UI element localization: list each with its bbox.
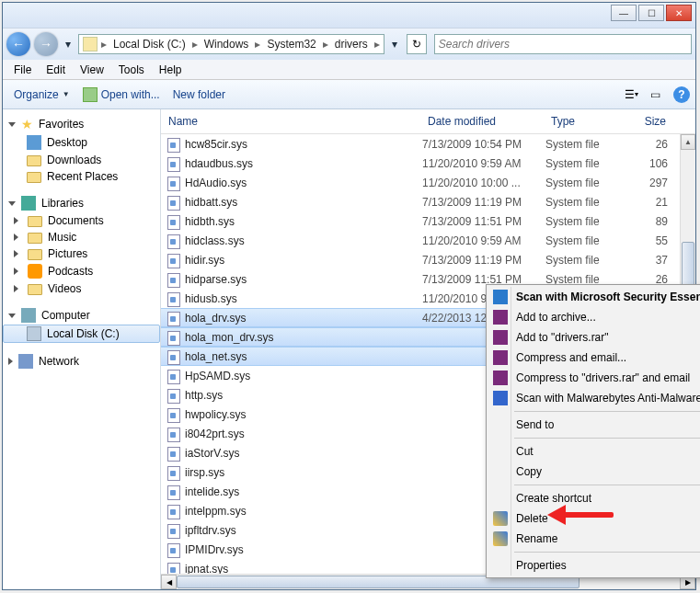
folder-icon bbox=[28, 284, 42, 295]
breadcrumb-item[interactable]: Local Disk (C:) bbox=[109, 38, 190, 51]
history-dropdown[interactable]: ▾ bbox=[62, 35, 75, 53]
file-name: hdaudbus.sys bbox=[185, 157, 422, 170]
sys-file-icon bbox=[166, 156, 181, 171]
sidebar-computer[interactable]: Computer bbox=[3, 306, 160, 325]
column-size[interactable]: Size bbox=[636, 113, 695, 130]
ctx-copy[interactable]: Copy bbox=[488, 462, 700, 482]
file-row[interactable]: hdaudbus.sys11/20/2010 9:59 AMSystem fil… bbox=[161, 154, 695, 173]
search-box[interactable] bbox=[434, 34, 692, 54]
sidebar-item-documents[interactable]: Documents bbox=[3, 212, 160, 229]
breadcrumb-dropdown[interactable]: ▾ bbox=[388, 35, 401, 53]
sys-file-icon bbox=[166, 504, 181, 519]
sys-file-icon bbox=[166, 291, 181, 306]
ctx-add-archive[interactable]: Add to archive... bbox=[488, 307, 700, 327]
expand-icon[interactable] bbox=[14, 250, 18, 257]
scroll-up-button[interactable]: ▲ bbox=[681, 134, 695, 150]
menu-help[interactable]: Help bbox=[152, 62, 189, 78]
chevron-right-icon[interactable]: ▸ bbox=[99, 38, 109, 51]
expand-icon[interactable] bbox=[14, 217, 18, 224]
ctx-properties[interactable]: Properties bbox=[488, 555, 700, 576]
menu-view[interactable]: View bbox=[73, 62, 111, 78]
maximize-button[interactable]: ☐ bbox=[638, 5, 664, 21]
file-list-pane: Name Date modified Type Size hcw85cir.sy… bbox=[161, 109, 695, 589]
open-with-button[interactable]: Open with... bbox=[77, 84, 166, 106]
rar-icon bbox=[493, 350, 508, 365]
forward-button[interactable]: → bbox=[34, 32, 58, 56]
ctx-send-to[interactable]: Send to▶ bbox=[488, 415, 700, 435]
sidebar-item-videos[interactable]: Videos bbox=[3, 280, 160, 297]
breadcrumb-item[interactable]: System32 bbox=[262, 38, 320, 51]
file-row[interactable]: hidbatt.sys7/13/2009 11:19 PMSystem file… bbox=[161, 192, 695, 211]
column-type[interactable]: Type bbox=[544, 113, 636, 130]
ctx-scan-mbam[interactable]: Scan with Malwarebytes Anti-Malware bbox=[488, 388, 700, 408]
expand-icon[interactable] bbox=[14, 285, 18, 292]
chevron-right-icon[interactable]: ▸ bbox=[253, 38, 262, 51]
ctx-compress-email[interactable]: Compress and email... bbox=[488, 348, 700, 368]
file-type: System file bbox=[545, 196, 637, 209]
ctx-create-shortcut[interactable]: Create shortcut bbox=[488, 488, 700, 508]
close-button[interactable]: ✕ bbox=[666, 5, 692, 21]
sidebar-item-music[interactable]: Music bbox=[3, 229, 160, 245]
chevron-right-icon[interactable]: ▸ bbox=[321, 38, 330, 51]
minimize-button[interactable]: — bbox=[611, 5, 637, 21]
ctx-delete[interactable]: Delete bbox=[488, 508, 700, 529]
file-name: hola_net.sys bbox=[185, 350, 422, 363]
breadcrumb[interactable]: ▸ Local Disk (C:) ▸ Windows ▸ System32 ▸… bbox=[78, 34, 384, 54]
ctx-add-to-rar[interactable]: Add to "drivers.rar" bbox=[488, 327, 700, 348]
folder-icon bbox=[28, 233, 42, 244]
file-row[interactable]: hidclass.sys11/20/2010 9:59 AMSystem fil… bbox=[161, 231, 695, 250]
rar-icon bbox=[493, 371, 508, 385]
file-type: System file bbox=[545, 234, 637, 247]
breadcrumb-item[interactable]: Windows bbox=[200, 38, 254, 51]
scroll-left-button[interactable]: ◀ bbox=[161, 575, 177, 589]
file-row[interactable]: hidir.sys7/13/2009 11:19 PMSystem file37 bbox=[161, 250, 695, 269]
sidebar-item-podcasts[interactable]: Podcasts bbox=[3, 262, 160, 280]
file-name: HpSAMD.sys bbox=[185, 370, 422, 382]
expand-icon[interactable] bbox=[14, 234, 18, 241]
file-row[interactable]: hidbth.sys7/13/2009 11:51 PMSystem file8… bbox=[161, 211, 695, 231]
file-name: hidir.sys bbox=[185, 254, 422, 267]
ctx-rename[interactable]: Rename bbox=[488, 529, 700, 549]
file-row[interactable]: hcw85cir.sys7/13/2009 10:54 PMSystem fil… bbox=[161, 134, 695, 154]
sidebar-favorites[interactable]: ★Favorites bbox=[3, 115, 160, 133]
sidebar-item-downloads[interactable]: Downloads bbox=[3, 152, 160, 168]
preview-pane-button[interactable]: ▭ bbox=[644, 85, 666, 105]
ctx-cut[interactable]: Cut bbox=[488, 441, 700, 462]
file-date: 7/13/2009 11:19 PM bbox=[422, 196, 545, 209]
breadcrumb-item[interactable]: drivers bbox=[330, 38, 373, 51]
sidebar-item-pictures[interactable]: Pictures bbox=[3, 245, 160, 262]
column-name[interactable]: Name bbox=[161, 113, 420, 130]
ctx-compress-to-email[interactable]: Compress to "drivers.rar" and email bbox=[488, 368, 700, 388]
menu-file[interactable]: File bbox=[6, 62, 39, 78]
chevron-right-icon[interactable]: ▸ bbox=[373, 38, 382, 51]
sidebar-libraries[interactable]: Libraries bbox=[3, 194, 160, 212]
file-name: hidbth.sys bbox=[185, 215, 422, 228]
sys-file-icon bbox=[166, 176, 181, 190]
file-row[interactable]: HdAudio.sys11/20/2010 10:00 ...System fi… bbox=[161, 173, 695, 192]
menu-tools[interactable]: Tools bbox=[111, 62, 152, 78]
network-icon bbox=[18, 354, 33, 369]
menu-bar: File Edit View Tools Help bbox=[3, 60, 695, 80]
toolbar: Organize▼ Open with... New folder ☰▾ ▭ ? bbox=[3, 80, 695, 109]
search-input[interactable] bbox=[439, 38, 687, 51]
view-options-button[interactable]: ☰▾ bbox=[620, 85, 642, 105]
chevron-right-icon[interactable]: ▸ bbox=[190, 38, 200, 51]
ctx-scan-mse[interactable]: Scan with Microsoft Security Essentials.… bbox=[488, 287, 700, 307]
sys-file-icon bbox=[166, 485, 181, 499]
back-button[interactable]: ← bbox=[6, 32, 30, 56]
expand-icon[interactable] bbox=[14, 268, 18, 275]
chevron-down-icon: ▼ bbox=[63, 90, 70, 98]
new-folder-button[interactable]: New folder bbox=[167, 85, 231, 105]
refresh-button[interactable]: ↻ bbox=[407, 34, 427, 54]
menu-edit[interactable]: Edit bbox=[39, 62, 73, 78]
column-date[interactable]: Date modified bbox=[420, 113, 544, 130]
sidebar-item-local-disk[interactable]: Local Disk (C:) bbox=[3, 325, 160, 343]
help-button[interactable]: ? bbox=[673, 86, 690, 103]
sidebar-item-desktop[interactable]: Desktop bbox=[3, 133, 160, 152]
sidebar-network[interactable]: Network bbox=[3, 352, 160, 371]
file-name: ipfltdrv.sys bbox=[185, 524, 422, 537]
organize-button[interactable]: Organize▼ bbox=[8, 85, 75, 105]
sidebar-header-label: Network bbox=[39, 355, 79, 368]
sys-file-icon bbox=[166, 253, 181, 268]
sidebar-item-recent[interactable]: Recent Places bbox=[3, 168, 160, 185]
